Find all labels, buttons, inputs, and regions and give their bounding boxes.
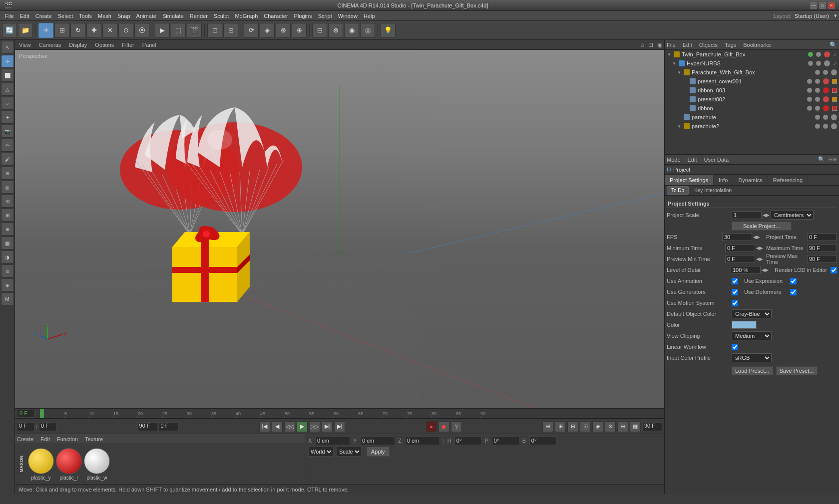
attr-linear-check[interactable] [732, 344, 738, 350]
attr-obj-color-select[interactable]: Gray-Blue [732, 309, 772, 318]
close-button[interactable]: ✕ [828, 2, 835, 9]
play-fwd-button[interactable]: ▷▷ [309, 421, 320, 432]
attr-use-expr-check[interactable] [790, 278, 797, 284]
menu-item-tools[interactable]: Tools [76, 12, 95, 19]
tool5[interactable]: ✕ [102, 23, 117, 38]
vp-menu-cameras[interactable]: Cameras [37, 42, 63, 48]
obj-render-parachute[interactable] [823, 115, 828, 120]
anim3[interactable]: ⊛ [276, 23, 291, 38]
vp-icon-fit[interactable]: ⊡ [648, 41, 653, 48]
attr-render-lod-check[interactable] [831, 267, 837, 273]
mat-menu-function[interactable]: Function [57, 436, 78, 442]
tool-maxon[interactable]: M [1, 292, 14, 305]
layout-icon[interactable]: ▾ [834, 12, 837, 19]
menu-item-render[interactable]: Render [187, 12, 211, 19]
record-button[interactable]: ● [426, 421, 437, 432]
menu-item-select[interactable]: Select [55, 12, 76, 19]
help-button[interactable]: ? [451, 421, 462, 432]
tool7[interactable]: ⦿ [134, 23, 149, 38]
menu-item-simulate[interactable]: Simulate [159, 12, 187, 19]
tool-sphere[interactable]: ○ [1, 97, 14, 110]
menu-item-mesh[interactable]: Mesh [95, 12, 114, 19]
tab-referencing[interactable]: Referencing [768, 175, 808, 185]
scale-button[interactable]: ⊞ [54, 23, 69, 38]
scale-project-button[interactable]: Scale Project... [732, 222, 792, 231]
mat-menu-edit[interactable]: Edit [40, 436, 50, 442]
tl-settings[interactable]: ▦ [630, 421, 641, 432]
new-button[interactable]: 🔄 [2, 23, 17, 38]
attr-use-anim-check[interactable] [732, 278, 738, 284]
tool-pen[interactable]: ✏ [1, 139, 14, 152]
om-menu-objects[interactable]: Objects [699, 42, 718, 48]
vp-menu-display[interactable]: Display [67, 42, 89, 48]
attr-prev-arrows[interactable]: ◀▶ [756, 256, 763, 261]
coord-p-input[interactable] [492, 436, 519, 445]
attr-min-time-input[interactable] [725, 244, 755, 252]
tab-info[interactable]: Info [714, 175, 733, 185]
range-start[interactable]: 0 F [159, 422, 179, 431]
render-region[interactable]: ⬚ [171, 23, 186, 38]
frame-start[interactable]: 0 F [39, 422, 56, 431]
attr-menu-userdata[interactable]: User Data [704, 157, 729, 163]
menu-item-window[interactable]: Window [335, 12, 361, 19]
vp-menu-panel[interactable]: Panel [140, 42, 158, 48]
tool-material[interactable]: ◑ [1, 251, 14, 263]
layer-mgr[interactable]: ⊡ [580, 421, 591, 432]
attr-scale-arrows[interactable]: ◀▶ [763, 213, 770, 218]
tab-project-settings[interactable]: Project Settings [665, 175, 714, 185]
obj-render-cover[interactable] [815, 79, 820, 84]
attr-use-gen-check[interactable] [732, 289, 738, 295]
coord-y-input[interactable] [360, 436, 395, 445]
tool-move[interactable]: ✛ [1, 55, 14, 68]
mograph2[interactable]: ⊞ [223, 23, 238, 38]
tool4[interactable]: ✚ [86, 23, 101, 38]
coord-scale-select[interactable]: Scale [337, 447, 362, 457]
vp-icon-solo[interactable]: ◉ [657, 41, 662, 48]
mograph1[interactable]: ⊡ [207, 23, 222, 38]
obj-render-present2[interactable] [815, 97, 820, 102]
obj-row-ribbon[interactable]: ▶ ribbon [665, 104, 839, 113]
mat-menu-create[interactable]: Create [17, 436, 33, 442]
attr-lod-arrows[interactable]: ◀▶ [762, 267, 769, 272]
menu-item-file[interactable]: File [2, 12, 17, 19]
tab-dynamics[interactable]: Dynamics [733, 175, 768, 185]
tool-grid[interactable]: ▦ [1, 237, 14, 250]
menu-item-help[interactable]: Help [361, 12, 378, 19]
obj-vis-ribbon3[interactable] [807, 88, 812, 93]
snap4[interactable]: ◎ [360, 23, 375, 38]
obj-vis-parachute2[interactable] [815, 124, 820, 129]
attr-preview-max-input[interactable] [807, 255, 837, 263]
motion-clip[interactable]: ⊟ [567, 421, 578, 432]
attr-menu-edit[interactable]: Edit [688, 157, 697, 163]
menu-item-edit[interactable]: Edit [17, 12, 32, 19]
tool-twist[interactable]: ⟲ [1, 195, 14, 208]
obj-render-nurbs[interactable] [816, 61, 821, 66]
obj-render-parachute2[interactable] [823, 124, 828, 129]
rotate-button[interactable]: ↻ [70, 23, 85, 38]
om-menu-edit[interactable]: Edit [683, 42, 692, 48]
anim1[interactable]: ⟳ [244, 23, 259, 38]
attr-proj-time-input[interactable] [807, 233, 837, 241]
move-button[interactable]: ✛ [38, 23, 53, 38]
tool-select[interactable]: ↖ [1, 41, 14, 54]
auto-key-button[interactable]: ⏺ [438, 421, 449, 432]
subtab-todo[interactable]: To Do [667, 186, 689, 195]
attr-use-def-check[interactable] [790, 289, 797, 295]
anim-mixer[interactable]: ⊕ [617, 421, 628, 432]
attr-fps-arrows[interactable]: ◀▶ [753, 235, 760, 240]
render-btn[interactable]: ▶ [155, 23, 170, 38]
obj-vis-twin[interactable] [808, 52, 813, 57]
minimize-button[interactable]: — [810, 2, 817, 9]
menu-item-plugins[interactable]: Plugins [291, 12, 315, 19]
menu-item-create[interactable]: Create [32, 12, 55, 19]
obj-row-ribbon3[interactable]: ▶ ribbon_003 [665, 86, 839, 95]
motion-sys[interactable]: ⊗ [605, 421, 616, 432]
obj-row-present2[interactable]: ▶ present002 [665, 95, 839, 104]
obj-vis-nurbs[interactable] [808, 61, 813, 66]
tool-cone[interactable]: △ [1, 83, 14, 96]
tool-rivet[interactable]: ⊕ [1, 223, 14, 236]
om-menu-file[interactable]: File [667, 42, 676, 48]
render-settings[interactable]: 🎬 [187, 23, 202, 38]
material-plastic-y[interactable]: plastic_y [28, 448, 54, 481]
timeline-open[interactable]: ◈ [592, 421, 603, 432]
